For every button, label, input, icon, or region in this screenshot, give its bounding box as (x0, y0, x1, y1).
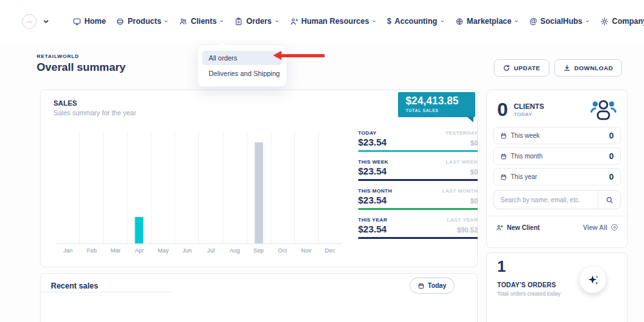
stat-label: THIS WEEK (358, 159, 388, 165)
chart-x-label: Nov (294, 247, 318, 254)
calendar-icon (500, 174, 507, 180)
annotation-arrow (273, 51, 325, 60)
stat-label: TODAY (358, 130, 377, 136)
nav-item-orders[interactable]: Orders (234, 17, 279, 26)
clients-row-label: This year (511, 173, 537, 180)
chevron-down-icon (219, 19, 224, 24)
chart-slot (223, 131, 247, 243)
clients-card: 0 CLIENTS TODAY This week 0 This month 0 (486, 90, 628, 248)
arrow-circle-icon (611, 223, 618, 231)
stat-today: TODAYYESTERDAY $23.54$0 (358, 130, 478, 152)
clients-search-button[interactable] (598, 190, 621, 209)
menu-item-all-orders[interactable]: All orders (202, 51, 282, 65)
nav-item-human-resources[interactable]: Human Resources (290, 17, 377, 26)
stat-this-week: THIS WEEKLAST WEEK $23.54$0 (358, 159, 478, 181)
top-navbar: retail Home Products Clients Orders Huma… (0, 0, 644, 43)
stat-underline (358, 179, 478, 181)
clients-count: 0 (497, 100, 508, 119)
clients-card-footer: New Client View All (487, 216, 627, 238)
chart-x-label: Aug (223, 247, 247, 254)
chart-slot (319, 131, 342, 243)
people-group-icon (590, 99, 617, 120)
chevron-down-icon (514, 19, 519, 24)
chart-bar (254, 142, 263, 244)
stat-this-month: THIS MONTHLAST MONTH $23.54$0 (358, 188, 478, 210)
stat-label: THIS MONTH (358, 188, 392, 194)
stat-underline (358, 237, 478, 239)
clients-rows: This week 0 This month 0 This year 0 (487, 124, 627, 185)
chart-slot (295, 131, 319, 243)
refresh-icon (503, 64, 510, 71)
clients-search (493, 190, 621, 209)
chart-x-label: Mar (104, 247, 128, 254)
brand[interactable]: retail (22, 14, 50, 29)
clients-search-input[interactable] (493, 190, 598, 209)
chart-slot (104, 131, 128, 243)
clients-row-this-year[interactable]: This year 0 (493, 168, 621, 185)
stat-compare-label: YESTERDAY (445, 130, 478, 136)
nav-item-products[interactable]: Products (116, 17, 169, 26)
stat-compare-label: LAST WEEK (446, 159, 478, 165)
stat-compare-value: $90.52 (457, 226, 478, 234)
person-plus-icon (290, 17, 298, 26)
stat-value: $23.54 (358, 137, 386, 147)
chart-x-label: May (151, 247, 175, 254)
chart-slot (56, 131, 80, 243)
update-button[interactable]: UPDATE (494, 59, 549, 77)
nav-label: Products (128, 17, 161, 26)
nav-label: Company (612, 17, 644, 26)
sales-chart-xlabels: JanFebMarAprMayJunJulAugSepOctNovDec (56, 247, 342, 254)
dollar-icon: $ (387, 17, 392, 25)
clients-subtitle: TODAY (514, 111, 544, 117)
recent-sales-title: Recent sales (51, 281, 98, 290)
download-button[interactable]: DOWNLOAD (554, 59, 622, 77)
chevron-down-icon (274, 19, 279, 24)
clients-row-label: This month (511, 153, 542, 160)
nav-item-marketplace[interactable]: Marketplace (455, 17, 519, 26)
nav-item-clients[interactable]: Clients (179, 17, 224, 26)
sparkle-assistant-button[interactable] (580, 267, 606, 293)
nav-label: SocialHubs (540, 17, 582, 26)
chart-x-label: Dec (318, 247, 342, 254)
recent-sales-card: Recent sales Today (40, 273, 478, 322)
calendar-icon (418, 283, 424, 289)
total-sales-badge: $24,413.85 TOTAL SALES (398, 92, 475, 117)
sales-card-subtitle: Sales summary for the year (53, 109, 136, 117)
chart-x-label: Sep (247, 247, 270, 254)
sparkle-icon (586, 273, 600, 287)
chart-slot (80, 131, 104, 243)
stat-label: THIS YEAR (358, 217, 387, 223)
today-filter-button[interactable]: Today (410, 278, 455, 294)
nav-label: Accounting (395, 17, 437, 26)
chart-slot (151, 131, 175, 243)
page-title: Overall summary (37, 61, 126, 74)
view-all-label: View All (583, 224, 607, 231)
breadcrumb: RETAILWORLD (37, 53, 79, 59)
nav-item-company[interactable]: Company (600, 17, 644, 26)
todays-orders-card: 1 TODAY'S ORDERS Total orders created to… (486, 252, 628, 322)
chevron-down-icon (585, 19, 590, 24)
sales-chart-plot (56, 131, 342, 244)
stat-underline (358, 208, 478, 210)
stat-underline (358, 150, 478, 152)
nav-label: Marketplace (467, 17, 511, 26)
recent-sales-divider (41, 292, 171, 292)
clients-row-this-month[interactable]: This month 0 (493, 147, 621, 165)
nav-item-accounting[interactable]: $ Accounting (387, 17, 445, 26)
chart-slot (175, 131, 199, 243)
brand-chevron-down-icon[interactable] (43, 18, 50, 25)
chart-slot (199, 131, 223, 243)
gear-icon (600, 17, 609, 26)
chart-bar (135, 217, 144, 243)
at-sign-icon: @ (529, 17, 537, 25)
new-client-link[interactable]: New Client (496, 224, 540, 231)
nav-item-socialhubs[interactable]: @ SocialHubs (529, 17, 590, 26)
nav-item-home[interactable]: Home (73, 17, 106, 26)
chevron-down-icon (164, 19, 169, 24)
total-sales-label: TOTAL SALES (406, 108, 468, 113)
menu-item-deliveries-and-shipping[interactable]: Deliveries and Shipping (202, 66, 282, 80)
clients-row-label: This week (511, 132, 540, 139)
clients-row-this-week[interactable]: This week 0 (493, 127, 621, 144)
view-all-link[interactable]: View All (583, 223, 618, 231)
stat-value: $23.54 (358, 166, 386, 176)
